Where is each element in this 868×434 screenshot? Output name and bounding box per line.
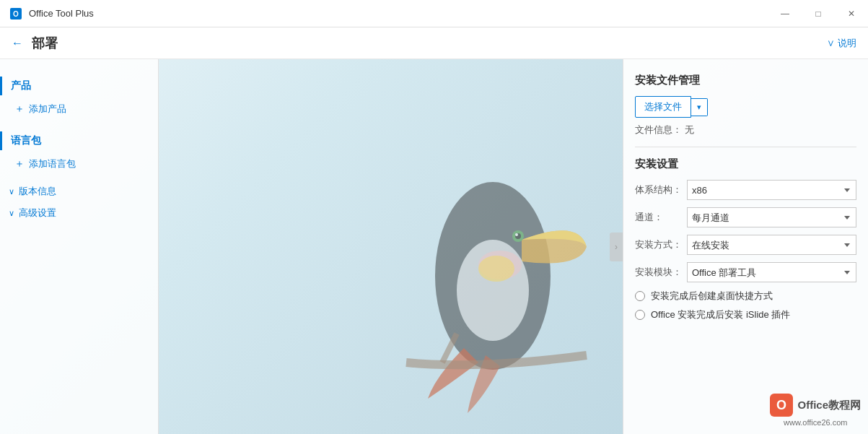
channel-label: 通道： [635,211,687,224]
select-file-dropdown-button[interactable]: ▾ [691,98,708,116]
add-product-label: 添加产品 [29,103,66,116]
add-language-label: 添加语言包 [29,157,76,170]
title-bar: O Office Tool Plus — □ ✕ [0,0,868,27]
watermark: O Office教程网 www.office26.com [770,394,861,427]
advanced-settings-chevron-icon: ∨ [9,209,14,218]
help-toggle[interactable]: ∨ 说明 [827,37,856,50]
install-module-label: 安装模块： [635,266,687,279]
desktop-shortcut-row[interactable]: 安装完成后创建桌面快捷方式 [635,290,856,303]
channel-select[interactable]: 每月通道 半年通道 当前通道 [687,207,856,227]
islide-plugin-row[interactable]: Office 安装完成后安装 iSlide 插件 [635,308,856,321]
islide-plugin-label: Office 安装完成后安装 iSlide 插件 [651,308,790,321]
svg-point-7 [457,240,529,341]
install-method-label: 安装方式： [635,238,687,251]
islide-plugin-radio[interactable] [635,310,645,320]
sidebar-add-product[interactable]: ＋ 添加产品 [0,98,158,120]
install-settings-section: 安装设置 体系结构： x86 x64 通道： 每月通道 半年通道 当前通道 [635,157,856,321]
sidebar: 产品 ＋ 添加产品 语言包 ＋ 添加语言包 ∨ 版本信息 ∨ 高级设置 [0,59,159,434]
architecture-row: 体系结构： x86 x64 [635,180,856,200]
version-info-chevron-icon: ∨ [9,187,14,196]
sidebar-advanced-settings[interactable]: ∨ 高级设置 [0,202,158,224]
page-title: 部署 [32,35,58,52]
main-container: ← 部署 ∨ 说明 [0,27,868,434]
watermark-url: www.office26.com [784,418,847,427]
file-info-label: 文件信息： [635,124,682,135]
desktop-shortcut-label: 安装完成后创建桌面快捷方式 [651,290,773,303]
svg-text:O: O [13,10,19,18]
minimize-button[interactable]: — [768,0,802,27]
add-product-icon: ＋ [14,103,25,116]
install-file-management-section: 安装文件管理 选择文件 ▾ 文件信息： 无 [635,74,856,136]
architecture-select[interactable]: x86 x64 [687,180,856,200]
install-module-row: 安装模块： Office 部署工具 自定义安装 [635,262,856,282]
install-file-title: 安装文件管理 [635,74,856,87]
back-button[interactable]: ← [12,37,23,50]
window-controls: — □ ✕ [768,0,868,27]
install-settings-title: 安装设置 [635,157,856,171]
select-file-button[interactable]: 选择文件 [635,96,691,118]
sidebar-section-products: 产品 [0,77,158,95]
sidebar-add-language-pack[interactable]: ＋ 添加语言包 [0,153,158,175]
sidebar-version-info[interactable]: ∨ 版本信息 [0,181,158,202]
svg-point-8 [478,256,514,282]
svg-point-5 [515,233,518,236]
advanced-settings-label: 高级设置 [19,207,56,220]
install-method-row: 安装方式： 在线安装 离线安装 [635,235,856,255]
app-title: Office Tool Plus [29,8,94,19]
side-arrow-icon: › [615,242,618,252]
channel-row: 通道： 每月通道 半年通道 当前通道 [635,207,856,227]
install-module-select[interactable]: Office 部署工具 自定义安装 [687,262,856,282]
watermark-site-name: Office教程网 [797,399,861,412]
content-area: 产品 ＋ 添加产品 语言包 ＋ 添加语言包 ∨ 版本信息 ∨ 高级设置 [0,59,868,434]
file-info: 文件信息： 无 [635,123,856,136]
svg-text:O: O [776,398,786,412]
side-arrow-button[interactable]: › [610,233,623,261]
desktop-shortcut-radio[interactable] [635,291,645,301]
add-language-icon: ＋ [14,157,25,170]
toolbar: ← 部署 ∨ 说明 [0,27,868,59]
close-button[interactable]: ✕ [835,0,868,27]
version-info-label: 版本信息 [19,185,56,198]
section-divider [635,147,856,147]
architecture-label: 体系结构： [635,183,687,196]
right-panel: 安装文件管理 选择文件 ▾ 文件信息： 无 安装设置 体系结构： [623,59,868,434]
watermark-logo-row: O Office教程网 [770,394,861,417]
sidebar-section-language-packs: 语言包 [0,131,158,150]
file-btn-row: 选择文件 ▾ [635,96,856,118]
install-method-select[interactable]: 在线安装 离线安装 [687,235,856,255]
watermark-logo-icon: O [770,394,793,417]
maximize-button[interactable]: □ [802,0,835,27]
file-info-value: 无 [685,124,694,135]
bird-decoration [334,74,623,434]
app-logo: O [9,6,23,21]
